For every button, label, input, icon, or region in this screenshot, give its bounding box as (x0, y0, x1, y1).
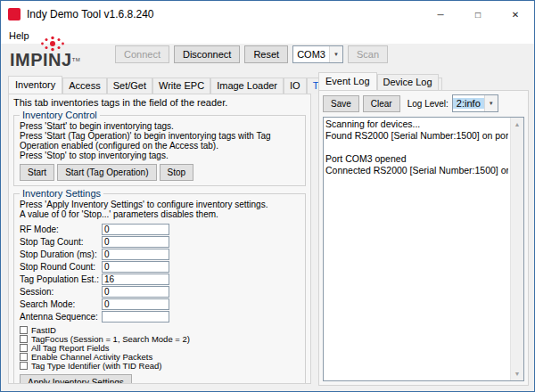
checkbox-row-fastid[interactable]: FastID (20, 325, 300, 334)
settings-checkboxes: FastID TagFocus (Session = 1, Search Mod… (20, 325, 300, 370)
vertical-scrollbar[interactable]: ▲ ▼ (510, 118, 523, 380)
start-button[interactable]: Start (20, 164, 54, 181)
chevron-down-icon[interactable]: ▼ (484, 95, 498, 111)
tab-set-get[interactable]: Set/Get (107, 78, 152, 94)
control-instruction-2: Press 'Start (Tag Operation)' to begin i… (20, 131, 300, 151)
tag-population-label: Tag Population Est.: (20, 274, 102, 284)
log-line: Connected RS2000 [Serial Number:1500] on… (325, 165, 508, 176)
log-level-label: Log Level: (407, 99, 449, 109)
scan-button: Scan (348, 45, 388, 63)
checkbox-row-tag-type-identifier[interactable]: Tag Type Identifier (with TID Read) (20, 361, 300, 370)
inventory-settings-title: Inventory Settings (20, 188, 103, 199)
tag-population-input[interactable] (102, 274, 169, 285)
tag-type-identifier-checkbox[interactable] (20, 362, 28, 370)
tab-inventory[interactable]: Inventory (8, 76, 62, 94)
checkbox-row-all-tag-report[interactable]: All Tag Report Fields (20, 343, 300, 352)
app-icon (8, 8, 21, 20)
field-row-session: Session: (20, 285, 300, 298)
app-window: Indy Demo Tool v1.6.8.240 ─ □ ✕ Help IM (0, 0, 535, 392)
stop-button[interactable]: Stop (160, 164, 194, 181)
field-row-stop-duration: Stop Duration (ms): (20, 248, 300, 260)
settings-instruction-1: Press 'Apply Inventory Settings' to conf… (20, 200, 300, 209)
tab-event-log[interactable]: Event Log (318, 72, 377, 90)
stop-round-count-input[interactable] (102, 261, 169, 273)
rf-mode-input[interactable] (102, 224, 169, 235)
inventory-intro-text: This tab inventories tags in the field o… (13, 97, 306, 108)
log-level-value: 2:info (453, 98, 484, 109)
stop-round-count-label: Stop Round Count: (20, 262, 102, 272)
tab-write-epc[interactable]: Write EPC (152, 78, 210, 94)
control-instruction-1: Press 'Start' to begin inventorying tags… (20, 121, 300, 131)
log-line (325, 142, 508, 153)
inventory-tab-page: This tab inventories tags in the field o… (8, 94, 311, 384)
start-tag-operation-button[interactable]: Start (Tag Operation) (57, 164, 156, 181)
antenna-sequence-label: Antenna Sequence: (20, 312, 102, 322)
tab-device-log[interactable]: Device Log (377, 74, 439, 90)
apply-inventory-settings-button[interactable]: Apply Inventory Settings (20, 374, 132, 384)
disconnect-button[interactable]: Disconnect (174, 45, 240, 63)
field-row-rf-mode: RF Mode: (20, 223, 300, 235)
field-row-stop-round-count: Stop Round Count: (20, 260, 300, 273)
stop-tag-count-label: Stop Tag Count: (20, 237, 102, 247)
log-line: Found RS2000 [Serial Number:1500] on por… (325, 130, 508, 142)
settings-fields: RF Mode: Stop Tag Count: Stop Duration (… (20, 223, 300, 323)
rf-mode-label: RF Mode: (20, 225, 102, 234)
logo-text: IMPINJTM (10, 52, 103, 68)
inventory-control-title: Inventory Control (20, 110, 100, 120)
tag-type-identifier-label: Tag Type Identifier (with TID Read) (31, 361, 161, 371)
com-port-value: COM3 (293, 49, 329, 60)
settings-instruction-2: A value of 0 for 'Stop...' parameters di… (20, 209, 300, 219)
scroll-down-icon[interactable]: ▼ (511, 367, 523, 380)
log-line: Scanning for devices... (325, 118, 508, 130)
search-mode-label: Search Mode: (20, 299, 102, 309)
event-log-textbox[interactable]: Scanning for devices... Found RS2000 [Se… (323, 117, 524, 381)
channel-activity-checkbox[interactable] (20, 353, 28, 361)
save-button[interactable]: Save (323, 95, 359, 112)
antenna-sequence-input[interactable] (102, 311, 169, 323)
log-tab-strip: Event Log Device Log (318, 74, 439, 90)
search-mode-input[interactable] (102, 298, 169, 310)
field-row-tag-population: Tag Population Est.: (20, 273, 300, 285)
toolbar: Connect Disconnect Reset COM3 ▼ Scan (115, 45, 388, 63)
maximize-button[interactable]: □ (459, 1, 497, 28)
reset-button[interactable]: Reset (244, 45, 288, 63)
session-label: Session: (20, 287, 102, 297)
clear-button[interactable]: Clear (363, 95, 400, 112)
stop-duration-label: Stop Duration (ms): (20, 249, 102, 259)
stop-duration-input[interactable] (102, 249, 169, 260)
scroll-up-icon[interactable]: ▲ (511, 118, 523, 131)
inventory-settings-group: Inventory Settings Press 'Apply Inventor… (13, 188, 306, 384)
inventory-control-group: Inventory Control Press 'Start' to begin… (13, 110, 306, 186)
logo-tm: TM (72, 57, 81, 62)
event-log-panel: Save Clear Log Level: 2:info ▼ Scanning … (318, 90, 529, 386)
fastid-checkbox[interactable] (20, 326, 28, 334)
log-controls: Save Clear Log Level: 2:info ▼ (323, 94, 524, 112)
tagfocus-checkbox[interactable] (20, 335, 28, 343)
com-port-dropdown[interactable]: COM3 ▼ (292, 45, 343, 63)
all-tag-report-checkbox[interactable] (20, 344, 28, 352)
control-instruction-3: Press 'Stop' to stop inventorying tags. (20, 151, 300, 160)
minimize-button[interactable]: ─ (422, 1, 459, 28)
tab-access[interactable]: Access (62, 78, 106, 94)
event-log-content: Scanning for devices... Found RS2000 [Se… (325, 118, 508, 380)
tab-io[interactable]: IO (284, 78, 307, 94)
log-level-dropdown[interactable]: 2:info ▼ (452, 94, 498, 112)
stop-tag-count-input[interactable] (102, 236, 169, 248)
checkbox-row-tagfocus[interactable]: TagFocus (Session = 1, Search Mode = 2) (20, 334, 300, 343)
log-line: Port COM3 opened (325, 153, 508, 165)
close-button[interactable]: ✕ (497, 1, 534, 28)
field-row-antenna-sequence: Antenna Sequence: (20, 310, 300, 323)
checkbox-row-channel-activity[interactable]: Enable Channel Activity Packets (20, 352, 300, 361)
title-bar: Indy Demo Tool v1.6.8.240 ─ □ ✕ (1, 1, 534, 28)
field-row-stop-tag-count: Stop Tag Count: (20, 235, 300, 248)
session-input[interactable] (102, 286, 169, 298)
chevron-down-icon[interactable]: ▼ (329, 46, 342, 62)
logo-wordmark: IMPINJ (10, 50, 72, 69)
window-title: Indy Demo Tool v1.6.8.240 (27, 8, 154, 20)
connect-button: Connect (115, 45, 169, 63)
tab-image-loader[interactable]: Image Loader (210, 78, 284, 94)
field-row-search-mode: Search Mode: (20, 298, 300, 310)
impinj-logo: IMPINJTM (10, 36, 103, 68)
